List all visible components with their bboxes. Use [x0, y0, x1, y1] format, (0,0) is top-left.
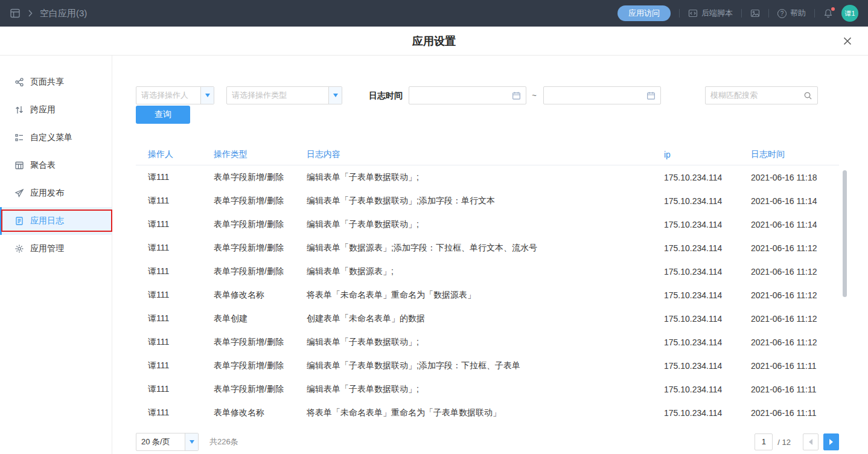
table-cell: 表单字段新增/删除	[214, 172, 307, 183]
notification-bell-icon[interactable]	[823, 8, 833, 18]
table-cell: 编辑表单「数据源表」;添加字段：下拉框、单行文本、流水号	[307, 243, 664, 254]
close-icon[interactable]	[841, 35, 854, 47]
table-cell: 2021-06-16 11:11	[751, 385, 839, 394]
calendar-icon[interactable]	[512, 91, 521, 100]
app-access-button[interactable]: 应用访问	[617, 5, 671, 21]
sidebar-item-0[interactable]: 页面共享	[0, 68, 112, 96]
sidebar-item-label: 页面共享	[30, 77, 64, 88]
next-page-button[interactable]	[823, 433, 839, 450]
date-to-input[interactable]	[543, 86, 661, 104]
operator-select[interactable]: 请选择操作人	[136, 86, 214, 104]
page-number-input[interactable]: 1	[755, 433, 773, 450]
table-cell: 编辑表单「子表单数据联动」;	[307, 337, 664, 348]
table-cell: 175.10.234.114	[664, 314, 751, 324]
table-cell: 谭111	[136, 290, 214, 301]
divider	[741, 9, 742, 18]
dropdown-caret-box[interactable]	[200, 87, 214, 104]
table-cell: 2021-06-16 11:12	[751, 314, 839, 324]
table-cell: 175.10.234.114	[664, 290, 751, 300]
table-cell: 编辑表单「子表单数据联动」;	[307, 219, 664, 230]
table-cell: 175.10.234.114	[664, 337, 751, 347]
sidebar-item-3[interactable]: 聚合表	[0, 152, 112, 179]
column-header: 操作人	[136, 149, 214, 160]
sidebar-item-label: 应用日志	[30, 216, 64, 226]
table-cell: 谭111	[136, 337, 214, 348]
sidebar-item-1[interactable]: 跨应用	[0, 96, 112, 124]
table-cell: 将表单「未命名表单」重命名为「子表单数据联动」	[307, 408, 664, 418]
divider	[679, 9, 680, 18]
table-row: 谭111表单修改名称将表单「未命名表单」重命名为「数据源表」175.10.234…	[136, 283, 839, 307]
table-cell: 表单字段新增/删除	[214, 266, 307, 277]
log-icon	[14, 216, 24, 226]
query-button[interactable]: 查询	[136, 106, 190, 124]
page-title: 应用设置	[0, 27, 868, 56]
table-cell: 2021-06-16 11:14	[751, 220, 839, 229]
table-cell: 2021-06-16 11:18	[751, 173, 839, 182]
page-size-select[interactable]: 20 条/页	[136, 433, 199, 451]
app-window-icon[interactable]	[10, 8, 21, 19]
table-row: 谭111表单创建创建表单「未命名表单」的数据175.10.234.1142021…	[136, 307, 839, 330]
prev-page-button[interactable]	[803, 433, 819, 450]
table-cell: 2021-06-16 11:11	[751, 361, 839, 371]
table-cell: 2021-06-16 11:12	[751, 337, 839, 347]
table-cell: 2021-06-16 11:12	[751, 243, 839, 253]
backend-script-button[interactable]: 后端脚本	[688, 8, 733, 19]
sidebar-item-label: 应用发布	[30, 188, 64, 199]
table-cell: 表单字段新增/删除	[214, 196, 307, 206]
sidebar-item-5[interactable]: 应用日志	[0, 207, 112, 235]
total-count: 共226条	[209, 436, 238, 447]
column-header: ip	[664, 150, 751, 159]
table-cell: 表单修改名称	[214, 290, 307, 301]
search-icon[interactable]	[803, 91, 812, 100]
page-total-label: / 12	[777, 438, 791, 447]
help-button[interactable]: 帮助	[777, 8, 806, 19]
arrow-right-icon	[829, 439, 833, 445]
sidebar-item-2[interactable]: 自定义菜单	[0, 124, 112, 152]
avatar[interactable]: 谭1	[841, 5, 858, 22]
table-cell: 编辑表单「子表单数据联动」;添加字段：下拉框、子表单	[307, 360, 664, 371]
operation-type-select[interactable]: 请选择操作类型	[226, 86, 342, 104]
code-icon	[688, 8, 698, 18]
chevron-down-icon	[333, 94, 338, 97]
table-cell: 谭111	[136, 360, 214, 371]
divider	[768, 9, 769, 18]
gear-icon	[14, 244, 24, 254]
custom-menu-icon	[14, 133, 24, 142]
table-scrollbar[interactable]	[843, 170, 847, 297]
table-row: 谭111表单修改名称将表单「未命名表单」重命名为「子表单数据联动」175.10.…	[136, 401, 839, 424]
table-cell: 175.10.234.114	[664, 173, 751, 182]
column-header: 日志内容	[307, 149, 664, 160]
column-header: 操作类型	[214, 149, 307, 160]
search-input[interactable]: 模糊匹配搜索	[705, 86, 818, 104]
content: 请选择操作人 请选择操作类型 日志时间 ~ 模糊匹配搜索 查询	[112, 56, 868, 454]
image-icon[interactable]	[750, 8, 760, 18]
date-from-input[interactable]	[409, 86, 526, 104]
table-row: 谭111表单字段新增/删除编辑表单「数据源表」;添加字段：下拉框、单行文本、流水…	[136, 236, 839, 260]
table-row: 谭111表单字段新增/删除编辑表单「子表单数据联动」;175.10.234.11…	[136, 165, 839, 189]
table-cell: 谭111	[136, 408, 214, 418]
table-cell: 175.10.234.114	[664, 361, 751, 371]
table-cell: 表单字段新增/删除	[214, 384, 307, 395]
breadcrumb: 空白应用(3)	[10, 8, 87, 19]
sidebar: 页面共享跨应用自定义菜单聚合表应用发布应用日志应用管理	[0, 56, 112, 454]
topbar-actions: 应用访问 后端脚本 帮助	[617, 5, 858, 22]
table-cell: 谭111	[136, 196, 214, 206]
arrow-left-icon	[809, 439, 812, 445]
dropdown-caret-box[interactable]	[328, 87, 342, 104]
question-icon	[777, 9, 787, 18]
calendar-icon[interactable]	[646, 91, 656, 100]
dropdown-caret-box[interactable]	[185, 433, 198, 450]
table-cell: 175.10.234.114	[664, 196, 751, 206]
table-row: 谭111表单字段新增/删除编辑表单「子表单数据联动」;175.10.234.11…	[136, 377, 839, 401]
publish-icon	[14, 188, 24, 198]
notification-badge	[831, 7, 835, 11]
table-cell: 2021-06-16 11:14	[751, 196, 839, 206]
sidebar-item-4[interactable]: 应用发布	[0, 179, 112, 207]
sidebar-item-6[interactable]: 应用管理	[0, 235, 112, 263]
divider	[814, 9, 815, 18]
backend-script-label: 后端脚本	[701, 8, 733, 19]
topbar: 空白应用(3) 应用访问 后端脚本 帮助	[0, 0, 868, 27]
search-placeholder: 模糊匹配搜索	[706, 90, 803, 101]
table-cell: 谭111	[136, 172, 214, 183]
range-separator: ~	[529, 86, 540, 104]
